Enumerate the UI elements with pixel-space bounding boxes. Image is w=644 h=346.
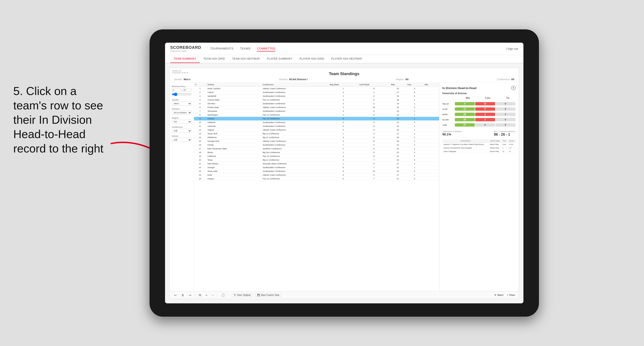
h2h-close-button[interactable]: ✕ [511,86,516,90]
table-row[interactable]: 9 Arizona Pac-12 Conference 5 8 23 2 [194,117,439,121]
cell-win [423,147,439,151]
cell-rds: 30 [390,139,406,143]
table-row[interactable]: 22 Georgia Southeastern Conference 8 7 2… [194,166,439,170]
table-row[interactable]: 8 Washington Pac-12 Conference 2 8 23 1 [194,113,439,117]
table-row[interactable]: 15 Georgia Tech Atlantic Coast Conferenc… [194,139,439,143]
rounds-slider[interactable] [172,93,192,96]
cell-win [423,170,439,173]
sub-nav-team-h2h-heatmap[interactable]: TEAM H2H HEATMAP [228,55,264,63]
cell-tour: 1 [406,128,424,132]
table-row[interactable]: 2 Auburn Southeastern Conference 2 1 27 … [194,91,439,94]
table-row[interactable]: 18 Illinois Big Ten Conference 1 9 23 3 [194,151,439,155]
table-row[interactable]: 24 Duke Atlantic Coast Conference 5 9 27… [194,173,439,177]
cell-rank: 2 [194,91,206,94]
undo-button[interactable]: ↩ [173,293,178,297]
cell-rds: 27 [390,132,406,136]
minus-button[interactable]: − [211,293,214,297]
cell-reg-rank: 5 [328,177,358,181]
table-row[interactable]: 5 Ole Miss Southeastern Conference 3 6 1… [194,102,439,106]
cell-conference: Southeastern Conference [261,102,328,106]
cell-school: East Tennessee State [206,147,261,151]
table-row[interactable]: 16 Florida Southeastern Conference 7 9 2… [194,143,439,147]
cell-conf-rank: 6 [358,102,390,106]
view-original-button[interactable]: 👁 View: Original [232,293,253,297]
table-row[interactable]: 3 Vanderbilt Southeastern Conference 2 8… [194,94,439,98]
cell-conference: Atlantic Coast Conference [261,128,328,132]
h2h-row: 51-100 20 3 0 [442,117,516,122]
cell-reg-rank: 5 [328,117,358,121]
school-select[interactable]: (All) [172,138,192,142]
cell-reg-rank: 1 [328,151,358,155]
cell-conference: Pac-12 Conference [261,98,328,102]
sub-nav-player-h2h-heatmap[interactable]: PLAYER H2H HEATMAP [328,55,366,63]
h2h-range-label: Top 10 [442,103,455,105]
sign-out-link[interactable]: | Sign out [506,47,518,50]
table-row[interactable]: 21 New Mexico Mountain West Conference 1… [194,162,439,166]
table-row[interactable]: 23 Texas A&M Southeastern Conference 9 1… [194,170,439,173]
gender-select[interactable]: Men's [172,102,192,106]
clock-button[interactable]: 🕐 [220,293,226,297]
filter-min-rounds: Minimum Rou... – [172,85,192,97]
tour-pos: Loss [501,143,508,146]
table-row[interactable]: 20 Texas Big 12 Conference 3 7 20 0 [194,158,439,162]
table-row[interactable]: 1 North Carolina Atlantic Coast Conferen… [194,87,439,91]
cell-conference: Pac-12 Conference [261,177,328,181]
max-rounds-input[interactable] [183,88,192,92]
conference-select[interactable]: (All) [172,129,192,133]
h2h-loss-cell: 0 [475,123,495,127]
table-row[interactable]: 6 Florida State Atlantic Coast Conferenc… [194,106,439,109]
min-rounds-input[interactable] [172,88,181,92]
table-row[interactable]: 4 Arizona State Pac-12 Conference 4 9 26… [194,98,439,102]
plus-button[interactable]: + [205,293,208,297]
meta-gender: Gender: Men's [174,78,190,81]
cell-reg-rank: 2 [328,113,358,117]
panel-body: Minimum Rou... – Gender [170,83,519,291]
nav-teams[interactable]: TEAMS [240,46,250,51]
division-select[interactable]: NCAA Division I [172,111,192,115]
cell-conf-rank: 1 [358,91,390,94]
tour-pos: 1 [501,146,508,150]
cell-tour: 2 [406,132,424,136]
h2h-title: In Division Head-to-Head [442,86,476,90]
table-row[interactable]: 25 Oregon Pac-12 Conference 5 7 21 0 [194,177,439,181]
cell-reg-rank: 7 [328,143,358,147]
h2h-team-name: University of Arizona [442,92,516,95]
cell-conf-rank: 7 [358,177,390,181]
nav-committee[interactable]: COMMITTEE [257,46,276,51]
cell-rank: 25 [194,177,206,181]
watch-button[interactable]: 👁 Watch [494,294,504,296]
cell-school: Arizona State [206,98,261,102]
cell-rds: 18 [390,109,406,113]
pause-button[interactable]: ⏸ [180,293,185,297]
copy-button[interactable]: ⧉ [198,293,202,297]
h2h-row: 26-50 25 2 1 [442,112,516,117]
table-row[interactable]: 13 Texas Tech Big 12 Conference 1 9 27 2 [194,132,439,136]
cell-school: Tennessee [206,109,261,113]
cell-rds: 23 [390,117,406,121]
cell-win [423,162,439,166]
table-row[interactable]: 10 Alabama Southeastern Conference 5 8 2… [194,121,439,124]
table-row[interactable]: 19 California Pac-12 Conference 4 8 24 2 [194,155,439,158]
table-row[interactable]: 17 East Tennessee State Southern Confere… [194,147,439,151]
table-row[interactable]: 12 Virginia Atlantic Coast Conference 3 … [194,128,439,132]
sub-nav-player-h2h-grid[interactable]: PLAYER H2H GRID [296,55,328,63]
h2h-tie-cell: 0 [496,102,516,105]
cell-tour: 1 [406,109,424,113]
cell-rds: 26 [390,136,406,139]
cell-rank: 10 [194,121,206,124]
redo-button[interactable]: ↪ [188,293,192,297]
table-row[interactable]: 11 Arkansas Southeastern Conference 6 8 … [194,124,439,128]
table-row[interactable]: 7 Tennessee Southeastern Conference 4 6 … [194,109,439,113]
cell-reg-rank: 2 [328,94,358,98]
nav-tournaments[interactable]: TOURNAMENTS [210,46,234,51]
share-button[interactable]: ↗ Share [506,294,515,296]
table-row[interactable]: 14 Oklahoma Big 12 Conference 3 9 26 2 [194,136,439,139]
sub-nav-team-summary[interactable]: TEAM SUMMARY [170,55,200,63]
cell-rank: 3 [194,94,206,98]
cell-conference: Southeastern Conference [261,91,328,94]
cell-conference: Big 12 Conference [261,158,328,162]
region-select[interactable]: N/A [172,120,192,124]
sub-nav-team-h2h-grid[interactable]: TEAM H2H GRID [200,55,228,63]
sub-nav-player-summary[interactable]: PLAYER SUMMARY [264,55,296,63]
save-custom-button[interactable]: 💾 Save Custom View [255,293,281,297]
